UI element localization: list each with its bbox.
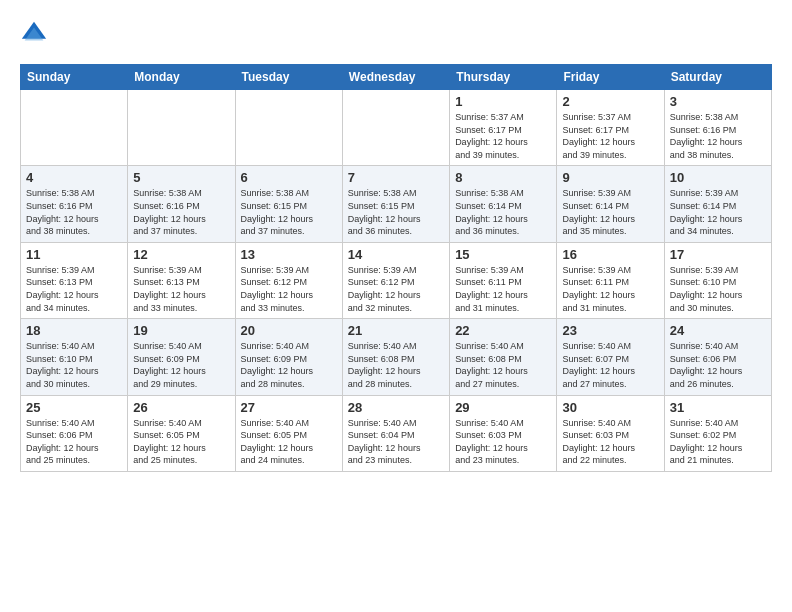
day-number: 31 [670,400,766,415]
day-number: 29 [455,400,551,415]
day-number: 28 [348,400,444,415]
day-number: 20 [241,323,337,338]
calendar-cell: 26Sunrise: 5:40 AM Sunset: 6:05 PM Dayli… [128,395,235,471]
calendar-cell: 11Sunrise: 5:39 AM Sunset: 6:13 PM Dayli… [21,242,128,318]
day-number: 11 [26,247,122,262]
calendar-cell: 27Sunrise: 5:40 AM Sunset: 6:05 PM Dayli… [235,395,342,471]
logo-icon [20,20,48,48]
cell-content: Sunrise: 5:40 AM Sunset: 6:03 PM Dayligh… [562,417,658,467]
calendar-header-sunday: Sunday [21,65,128,90]
day-number: 2 [562,94,658,109]
day-number: 23 [562,323,658,338]
day-number: 13 [241,247,337,262]
day-number: 22 [455,323,551,338]
cell-content: Sunrise: 5:39 AM Sunset: 6:11 PM Dayligh… [455,264,551,314]
calendar-header-friday: Friday [557,65,664,90]
calendar-cell: 20Sunrise: 5:40 AM Sunset: 6:09 PM Dayli… [235,319,342,395]
calendar-week-row: 25Sunrise: 5:40 AM Sunset: 6:06 PM Dayli… [21,395,772,471]
calendar-cell: 5Sunrise: 5:38 AM Sunset: 6:16 PM Daylig… [128,166,235,242]
calendar-cell: 17Sunrise: 5:39 AM Sunset: 6:10 PM Dayli… [664,242,771,318]
calendar-cell: 18Sunrise: 5:40 AM Sunset: 6:10 PM Dayli… [21,319,128,395]
calendar-cell: 29Sunrise: 5:40 AM Sunset: 6:03 PM Dayli… [450,395,557,471]
day-number: 8 [455,170,551,185]
calendar-header-wednesday: Wednesday [342,65,449,90]
day-number: 30 [562,400,658,415]
day-number: 26 [133,400,229,415]
cell-content: Sunrise: 5:37 AM Sunset: 6:17 PM Dayligh… [562,111,658,161]
calendar-cell: 4Sunrise: 5:38 AM Sunset: 6:16 PM Daylig… [21,166,128,242]
day-number: 5 [133,170,229,185]
day-number: 9 [562,170,658,185]
cell-content: Sunrise: 5:40 AM Sunset: 6:02 PM Dayligh… [670,417,766,467]
calendar-cell: 6Sunrise: 5:38 AM Sunset: 6:15 PM Daylig… [235,166,342,242]
cell-content: Sunrise: 5:39 AM Sunset: 6:12 PM Dayligh… [348,264,444,314]
day-number: 10 [670,170,766,185]
page-header [20,20,772,48]
calendar-header-monday: Monday [128,65,235,90]
calendar-cell: 14Sunrise: 5:39 AM Sunset: 6:12 PM Dayli… [342,242,449,318]
day-number: 27 [241,400,337,415]
calendar-cell: 12Sunrise: 5:39 AM Sunset: 6:13 PM Dayli… [128,242,235,318]
calendar-header-thursday: Thursday [450,65,557,90]
cell-content: Sunrise: 5:40 AM Sunset: 6:05 PM Dayligh… [241,417,337,467]
calendar-week-row: 4Sunrise: 5:38 AM Sunset: 6:16 PM Daylig… [21,166,772,242]
calendar-cell: 3Sunrise: 5:38 AM Sunset: 6:16 PM Daylig… [664,90,771,166]
cell-content: Sunrise: 5:38 AM Sunset: 6:16 PM Dayligh… [26,187,122,237]
calendar-cell: 31Sunrise: 5:40 AM Sunset: 6:02 PM Dayli… [664,395,771,471]
cell-content: Sunrise: 5:39 AM Sunset: 6:14 PM Dayligh… [562,187,658,237]
day-number: 25 [26,400,122,415]
day-number: 14 [348,247,444,262]
cell-content: Sunrise: 5:40 AM Sunset: 6:06 PM Dayligh… [26,417,122,467]
day-number: 3 [670,94,766,109]
cell-content: Sunrise: 5:38 AM Sunset: 6:16 PM Dayligh… [133,187,229,237]
cell-content: Sunrise: 5:40 AM Sunset: 6:08 PM Dayligh… [348,340,444,390]
cell-content: Sunrise: 5:40 AM Sunset: 6:08 PM Dayligh… [455,340,551,390]
day-number: 24 [670,323,766,338]
calendar-cell: 23Sunrise: 5:40 AM Sunset: 6:07 PM Dayli… [557,319,664,395]
calendar-week-row: 11Sunrise: 5:39 AM Sunset: 6:13 PM Dayli… [21,242,772,318]
cell-content: Sunrise: 5:39 AM Sunset: 6:12 PM Dayligh… [241,264,337,314]
calendar-cell: 7Sunrise: 5:38 AM Sunset: 6:15 PM Daylig… [342,166,449,242]
cell-content: Sunrise: 5:40 AM Sunset: 6:05 PM Dayligh… [133,417,229,467]
day-number: 6 [241,170,337,185]
calendar-cell: 15Sunrise: 5:39 AM Sunset: 6:11 PM Dayli… [450,242,557,318]
cell-content: Sunrise: 5:39 AM Sunset: 6:10 PM Dayligh… [670,264,766,314]
calendar-cell [21,90,128,166]
calendar-cell [235,90,342,166]
cell-content: Sunrise: 5:40 AM Sunset: 6:10 PM Dayligh… [26,340,122,390]
day-number: 4 [26,170,122,185]
cell-content: Sunrise: 5:39 AM Sunset: 6:14 PM Dayligh… [670,187,766,237]
calendar-table: SundayMondayTuesdayWednesdayThursdayFrid… [20,64,772,472]
day-number: 21 [348,323,444,338]
calendar-cell: 24Sunrise: 5:40 AM Sunset: 6:06 PM Dayli… [664,319,771,395]
calendar-cell: 19Sunrise: 5:40 AM Sunset: 6:09 PM Dayli… [128,319,235,395]
cell-content: Sunrise: 5:38 AM Sunset: 6:15 PM Dayligh… [241,187,337,237]
calendar-week-row: 18Sunrise: 5:40 AM Sunset: 6:10 PM Dayli… [21,319,772,395]
cell-content: Sunrise: 5:39 AM Sunset: 6:13 PM Dayligh… [133,264,229,314]
cell-content: Sunrise: 5:39 AM Sunset: 6:13 PM Dayligh… [26,264,122,314]
calendar-cell: 16Sunrise: 5:39 AM Sunset: 6:11 PM Dayli… [557,242,664,318]
calendar-cell: 22Sunrise: 5:40 AM Sunset: 6:08 PM Dayli… [450,319,557,395]
calendar-header-row: SundayMondayTuesdayWednesdayThursdayFrid… [21,65,772,90]
calendar-header-tuesday: Tuesday [235,65,342,90]
calendar-header-saturday: Saturday [664,65,771,90]
day-number: 15 [455,247,551,262]
cell-content: Sunrise: 5:38 AM Sunset: 6:14 PM Dayligh… [455,187,551,237]
cell-content: Sunrise: 5:40 AM Sunset: 6:06 PM Dayligh… [670,340,766,390]
cell-content: Sunrise: 5:38 AM Sunset: 6:15 PM Dayligh… [348,187,444,237]
calendar-cell: 1Sunrise: 5:37 AM Sunset: 6:17 PM Daylig… [450,90,557,166]
calendar-cell: 30Sunrise: 5:40 AM Sunset: 6:03 PM Dayli… [557,395,664,471]
calendar-cell: 9Sunrise: 5:39 AM Sunset: 6:14 PM Daylig… [557,166,664,242]
calendar-cell: 25Sunrise: 5:40 AM Sunset: 6:06 PM Dayli… [21,395,128,471]
calendar-cell: 13Sunrise: 5:39 AM Sunset: 6:12 PM Dayli… [235,242,342,318]
cell-content: Sunrise: 5:39 AM Sunset: 6:11 PM Dayligh… [562,264,658,314]
cell-content: Sunrise: 5:37 AM Sunset: 6:17 PM Dayligh… [455,111,551,161]
calendar-cell [128,90,235,166]
cell-content: Sunrise: 5:40 AM Sunset: 6:03 PM Dayligh… [455,417,551,467]
calendar-cell: 28Sunrise: 5:40 AM Sunset: 6:04 PM Dayli… [342,395,449,471]
cell-content: Sunrise: 5:38 AM Sunset: 6:16 PM Dayligh… [670,111,766,161]
cell-content: Sunrise: 5:40 AM Sunset: 6:09 PM Dayligh… [133,340,229,390]
calendar-cell: 8Sunrise: 5:38 AM Sunset: 6:14 PM Daylig… [450,166,557,242]
calendar-cell: 21Sunrise: 5:40 AM Sunset: 6:08 PM Dayli… [342,319,449,395]
day-number: 12 [133,247,229,262]
